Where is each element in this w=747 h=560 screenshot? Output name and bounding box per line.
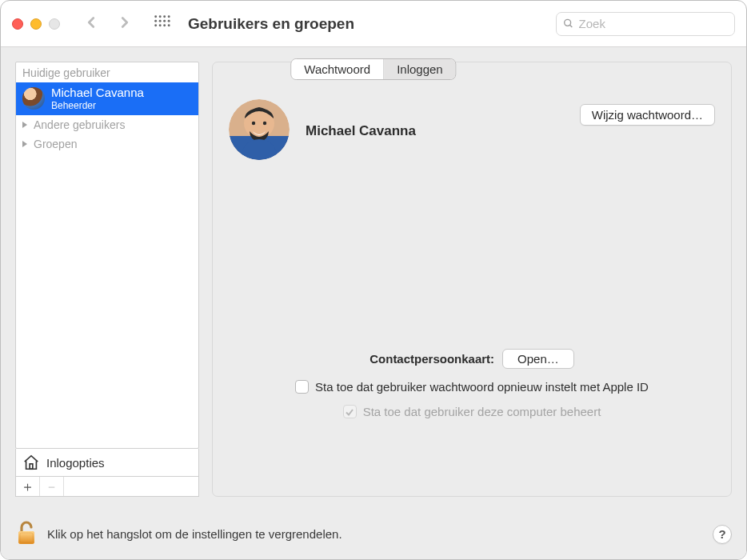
back-button[interactable] <box>82 14 100 34</box>
contact-card-label: Contactpersoonkaart: <box>370 352 494 366</box>
sidebar: Huidige gebruiker Michael Cavanna Beheer… <box>15 62 199 497</box>
avatar-large[interactable] <box>229 99 290 160</box>
lock-icon[interactable] <box>15 520 38 548</box>
tab-password[interactable]: Wachtwoord <box>291 59 384 79</box>
search-field[interactable] <box>556 12 735 36</box>
svg-point-2 <box>163 15 166 18</box>
forward-button[interactable] <box>116 14 134 34</box>
main-panel: Michael Cavanna Wijzig wachtwoord… Conta… <box>212 62 732 497</box>
tab-login[interactable]: Inloggen <box>384 59 456 79</box>
tab-bar: Wachtwoord Inloggen <box>290 58 456 80</box>
sidebar-row-other-users[interactable]: Andere gebruikers <box>16 115 198 134</box>
window-title: Gebruikers en groepen <box>188 15 548 33</box>
search-icon <box>563 18 574 30</box>
svg-point-22 <box>263 122 266 125</box>
chevron-right-icon <box>21 140 29 148</box>
sidebar-row-label: Andere gebruikers <box>34 118 125 131</box>
user-display-name: Michael Cavanna <box>306 120 564 139</box>
current-user-name: Michael Cavanna <box>51 86 144 100</box>
content: Wachtwoord Inloggen Huidige gebruiker Mi… <box>1 47 746 559</box>
user-header: Michael Cavanna Wijzig wachtwoord… <box>229 99 715 160</box>
zoom-button-disabled <box>49 18 60 30</box>
minimize-button[interactable] <box>30 18 42 30</box>
checkbox-allow-admin <box>343 405 357 418</box>
checkmark-icon <box>345 407 354 417</box>
allow-admin-row: Sta toe dat gebruiker deze computer behe… <box>229 405 715 418</box>
search-input[interactable] <box>579 17 728 30</box>
svg-point-11 <box>168 24 170 26</box>
lock-bar: Klik op het hangslot om de instellingen … <box>15 520 732 548</box>
sidebar-row-label: Groepen <box>34 138 77 150</box>
svg-point-4 <box>154 19 157 22</box>
close-button[interactable] <box>12 18 23 30</box>
svg-point-10 <box>163 24 166 26</box>
home-icon <box>22 454 40 471</box>
svg-rect-16 <box>30 464 33 469</box>
sidebar-row-groups[interactable]: Groepen <box>16 134 198 154</box>
add-user-button[interactable]: ＋ <box>16 477 40 496</box>
svg-marker-14 <box>22 122 27 128</box>
titlebar: Gebruikers en groepen <box>1 1 746 47</box>
svg-point-21 <box>252 122 255 125</box>
show-all-icon[interactable] <box>153 14 180 34</box>
svg-point-1 <box>159 15 162 18</box>
svg-point-5 <box>159 19 162 22</box>
checkbox-allow-reset[interactable] <box>295 380 309 394</box>
allow-reset-label: Sta toe dat gebruiker wachtwoord opnieuw… <box>315 380 649 394</box>
current-user-row[interactable]: Michael Cavanna Beheerder <box>16 82 198 115</box>
lock-text: Klik op het hangslot om de instellingen … <box>47 527 342 541</box>
svg-line-13 <box>569 25 572 27</box>
svg-point-6 <box>163 19 166 22</box>
window-controls <box>12 18 60 30</box>
user-list: Huidige gebruiker Michael Cavanna Beheer… <box>15 62 199 449</box>
svg-point-0 <box>154 15 157 18</box>
window: Gebruikers en groepen Wachtwoord Inlogge… <box>0 0 747 560</box>
current-user-header: Huidige gebruiker <box>16 62 198 82</box>
open-contact-button[interactable]: Open… <box>502 349 574 369</box>
svg-point-7 <box>168 19 170 22</box>
chevron-right-icon <box>21 121 29 129</box>
login-options-row[interactable]: Inlogopties <box>15 449 199 477</box>
avatar-small <box>22 87 45 110</box>
change-password-button[interactable]: Wijzig wachtwoord… <box>580 104 715 126</box>
svg-point-8 <box>154 24 157 26</box>
nav-arrows <box>82 14 134 34</box>
svg-marker-15 <box>22 141 27 147</box>
svg-point-12 <box>565 19 571 26</box>
login-options-label: Inlogopties <box>46 456 105 470</box>
svg-point-9 <box>159 24 162 26</box>
help-button[interactable]: ? <box>713 525 732 544</box>
allow-reset-appleid-row[interactable]: Sta toe dat gebruiker wachtwoord opnieuw… <box>229 380 715 394</box>
remove-user-button: － <box>40 477 64 496</box>
current-user-role: Beheerder <box>51 100 144 111</box>
svg-point-3 <box>168 15 170 18</box>
add-remove-bar: ＋ － <box>15 477 199 497</box>
contact-card-row: Contactpersoonkaart: Open… <box>229 349 715 369</box>
allow-admin-label: Sta toe dat gebruiker deze computer behe… <box>363 405 601 418</box>
